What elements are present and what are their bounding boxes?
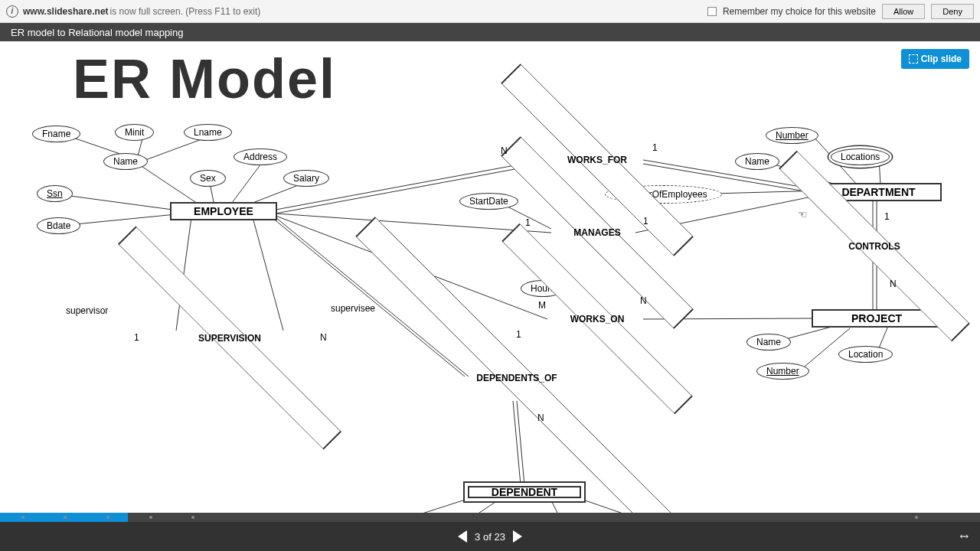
card-n: N (501, 145, 508, 156)
rel-dependents-of: DEPENDENTS_OF (410, 355, 624, 401)
next-slide-button[interactable] (513, 530, 522, 543)
attr-proj-number: Number (756, 363, 809, 380)
card-1: 1 (652, 142, 658, 153)
presentation-title: ER model to Relational model mapping (11, 27, 183, 38)
entity-employee: EMPLOYEE (170, 202, 277, 220)
attr-fname: Fname (32, 126, 80, 142)
card-1: 1 (516, 329, 521, 340)
role-supervisee: supervisee (331, 303, 375, 314)
info-icon: i (6, 5, 18, 18)
rel-controls: CONTROLS (813, 225, 936, 267)
card-1: 1 (884, 211, 890, 222)
card-m: M (538, 300, 546, 311)
card-n: N (890, 279, 897, 289)
page-indicator: 3 of 23 (475, 531, 505, 543)
thumb-dot[interactable] (21, 516, 24, 519)
card-n: N (320, 332, 327, 343)
attr-startdate: StartDate (459, 193, 518, 210)
exit-fullscreen-button[interactable]: ⤢ (957, 529, 972, 544)
allow-button[interactable]: Allow (882, 4, 925, 19)
slide-area[interactable]: Clip slide ER Model (0, 41, 980, 513)
attr-name: Name (103, 153, 148, 170)
attr-ssn: Ssn (37, 185, 73, 202)
fullscreen-notice-bar: i www.slideshare.net is now full screen.… (0, 0, 980, 23)
attr-address: Address (234, 148, 287, 165)
attr-dept-number: Number (766, 127, 818, 144)
card-1: 1 (643, 216, 648, 227)
deny-button[interactable]: Deny (931, 4, 974, 19)
attr-proj-name: Name (746, 334, 791, 350)
attr-dept-name: Name (735, 153, 779, 170)
prev-slide-button[interactable] (458, 530, 467, 543)
entity-dependent: DEPENDENT (463, 481, 586, 503)
card-n: N (537, 412, 544, 423)
attr-sex: Sex (190, 170, 226, 187)
thumb-dot[interactable] (106, 516, 109, 519)
remember-checkbox[interactable] (707, 7, 717, 16)
thumb-dot[interactable] (915, 516, 918, 519)
er-diagram: EMPLOYEE DEPARTMENT PROJECT DEPENDENT Fn… (0, 41, 980, 513)
thumb-dot[interactable] (149, 516, 152, 519)
rel-manages: MANAGES (536, 210, 658, 256)
thumb-dot[interactable] (64, 516, 67, 519)
attr-lname: Lname (184, 124, 232, 141)
card-1: 1 (525, 217, 531, 228)
attr-bdate: Bdate (37, 217, 80, 234)
presentation-title-bar: ER model to Relational model mapping (0, 23, 980, 41)
attr-minit: Minit (115, 124, 154, 141)
rel-supervision: SUPERVISION (157, 317, 302, 359)
bottom-nav-bar: 3 of 23 ⤢ (0, 522, 980, 551)
attr-locations: Locations (831, 148, 890, 165)
thumb-dot[interactable] (191, 516, 194, 519)
notice-url: www.slideshare.net (23, 6, 109, 17)
role-supervisor: supervisor (66, 305, 108, 316)
attr-salary: Salary (283, 170, 329, 187)
attr-proj-location: Location (838, 346, 893, 363)
thumbnail-strip[interactable] (0, 513, 980, 522)
cursor-icon: ☜ (798, 208, 808, 220)
remember-label: Remember my choice for this website (723, 6, 876, 17)
card-1: 1 (134, 332, 139, 343)
notice-message: is now full screen. (Press F11 to exit) (110, 6, 261, 17)
card-n: N (640, 295, 647, 306)
